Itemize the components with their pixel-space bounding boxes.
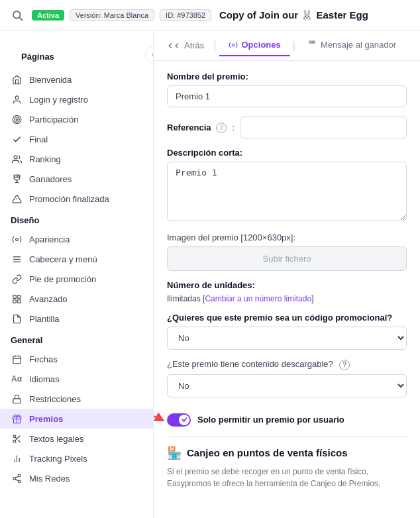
toggle-switch[interactable] [167, 413, 191, 427]
svg-point-34 [18, 474, 21, 477]
svg-line-38 [15, 476, 18, 478]
content-area: Atrás | Opciones | Mensaje al ganador No… [154, 30, 420, 518]
tab-back-label: Atrás [184, 40, 204, 50]
lock-icon [11, 393, 23, 405]
menu-icon [11, 253, 23, 265]
svg-point-5 [16, 119, 18, 121]
calendar-icon [11, 353, 23, 365]
sidebar-item-pie[interactable]: Pie de promoción [0, 269, 153, 289]
canjeo-section: 🏪 Canjeo en puntos de venta físicos Si e… [167, 436, 407, 490]
svg-point-11 [15, 238, 18, 240]
topbar: Activa Versión: Marca Blanca ID: #973852… [0, 0, 420, 30]
unidades-label: Número de unidades: [167, 280, 407, 290]
unidades-field: Número de unidades: Ilimitadas [Cambiar … [167, 280, 407, 303]
tab-opciones[interactable]: Opciones [219, 34, 290, 56]
canjeo-title: Canjeo en puntos de venta físicos [187, 447, 348, 458]
imagen-label: Imagen del premio [1200×630px]: [167, 233, 407, 242]
arrow-decoration [154, 409, 164, 430]
sidebar-item-participacion[interactable]: Participación [0, 109, 153, 129]
svg-point-36 [18, 480, 21, 483]
descargable-field: ¿Este premio tiene contenido descargable… [167, 359, 407, 397]
svg-point-26 [13, 435, 15, 437]
home-icon [11, 74, 23, 85]
trophy-icon [11, 173, 23, 185]
unidades-link[interactable]: Cambiar a un número limitado [205, 294, 311, 303]
nombre-label: Nombre del premio: [167, 72, 407, 81]
svg-rect-16 [17, 295, 20, 297]
badge-id: ID: #973852 [160, 9, 211, 21]
section-title-general: General [11, 335, 42, 345]
toggle-label: Solo permitir un premio por usuario [197, 415, 344, 425]
sidebar-item-tracking-pixels[interactable]: Tracking Pixels [0, 448, 153, 468]
svg-point-2 [15, 95, 19, 99]
tab-mensaje-ganador[interactable]: Mensaje al ganador [298, 34, 405, 56]
svg-line-37 [15, 479, 18, 480]
ranking-icon [11, 153, 23, 165]
sidebar-item-promocion-finalizada[interactable]: Promoción finalizada [0, 189, 153, 209]
link-icon [11, 273, 23, 285]
language-icon: Aα [11, 373, 23, 385]
descripcion-field: Descripción corta: Premio 1 [167, 148, 407, 223]
section-title-diseno-wrapper: Diseño [0, 209, 153, 229]
imagen-field: Imagen del premio [1200×630px]: Subir fi… [167, 233, 407, 271]
descripcion-label: Descripción corta: [167, 148, 407, 158]
svg-line-29 [18, 440, 20, 442]
tracking-icon [11, 452, 23, 464]
tab-opciones-label: Opciones [242, 40, 281, 50]
sidebar-collapse-button[interactable]: ‹ [145, 46, 154, 62]
nombre-input[interactable] [167, 85, 407, 107]
tab-back-button[interactable]: Atrás [159, 35, 211, 56]
sidebar-item-mis-redes[interactable]: Mis Redes [0, 468, 153, 488]
promo-field: ¿Quieres que este premio sea un código p… [167, 313, 407, 350]
referencia-field: Referencia ? : [167, 117, 407, 138]
sidebar-item-idiomas[interactable]: Aα Idiomas [0, 369, 153, 389]
descargable-help-icon[interactable]: ? [339, 360, 350, 370]
main-layout: Páginas ‹ Bienvenida Login y registro Pa… [0, 30, 420, 518]
promo-label: ¿Quieres que este premio sea un código p… [167, 313, 407, 323]
descripcion-input[interactable]: Premio 1 [167, 162, 407, 221]
canjeo-icon: 🏪 [167, 446, 182, 460]
sidebar-item-ranking[interactable]: Ranking [0, 149, 153, 169]
sidebar-item-premios[interactable]: Premios [0, 409, 153, 429]
referencia-help-icon[interactable]: ? [216, 123, 227, 133]
target-icon [11, 113, 23, 125]
warning-icon [11, 193, 23, 205]
network-icon [11, 472, 23, 484]
sidebar-item-login[interactable]: Login y registro [0, 89, 153, 109]
descargable-select[interactable]: No Sí [167, 374, 407, 397]
sidebar-item-avanzado[interactable]: Avanzado [0, 289, 153, 309]
svg-point-3 [13, 115, 21, 124]
scissors-icon [11, 433, 23, 444]
upload-button[interactable]: Subir fichero [167, 246, 407, 271]
search-icon[interactable] [8, 6, 26, 25]
sidebar: Páginas ‹ Bienvenida Login y registro Pa… [0, 30, 154, 518]
content-body: Nombre del premio: Referencia ? : Descri… [154, 61, 420, 500]
svg-point-4 [14, 117, 19, 122]
sidebar-paginas-header: Páginas ‹ [0, 38, 153, 70]
sidebar-item-apariencia[interactable]: Apariencia [0, 229, 153, 249]
sidebar-item-final[interactable]: Final [0, 129, 153, 149]
sidebar-item-ganadores[interactable]: Ganadores [0, 169, 153, 189]
referencia-input[interactable] [240, 117, 407, 138]
gift-icon [11, 413, 23, 425]
toggle-row: Solo permitir un premio por usuario [167, 407, 407, 433]
sidebar-item-textos-legales[interactable]: Textos legales [0, 429, 153, 448]
svg-line-30 [15, 437, 17, 439]
user-icon [11, 93, 23, 105]
badge-activa: Activa [32, 10, 64, 21]
svg-rect-18 [17, 299, 20, 302]
section-title-general-wrapper: General [0, 329, 153, 349]
promo-select[interactable]: No Sí [167, 327, 407, 350]
canjeo-header: 🏪 Canjeo en puntos de venta físicos [167, 446, 407, 460]
sidebar-item-bienvenida[interactable]: Bienvenida [0, 70, 153, 89]
sidebar-item-plantilla[interactable]: Plantilla [0, 309, 153, 329]
sidebar-item-cabecera[interactable]: Cabecera y menú [0, 249, 153, 269]
sidebar-item-fechas[interactable]: Fechas [0, 349, 153, 369]
tab-bar: Atrás | Opciones | Mensaje al ganador [154, 30, 420, 61]
svg-line-1 [19, 17, 22, 20]
svg-point-35 [13, 477, 15, 480]
sidebar-item-restricciones[interactable]: Restricciones [0, 389, 153, 409]
file-icon [11, 313, 23, 325]
svg-rect-19 [13, 356, 20, 363]
svg-point-6 [14, 155, 17, 158]
